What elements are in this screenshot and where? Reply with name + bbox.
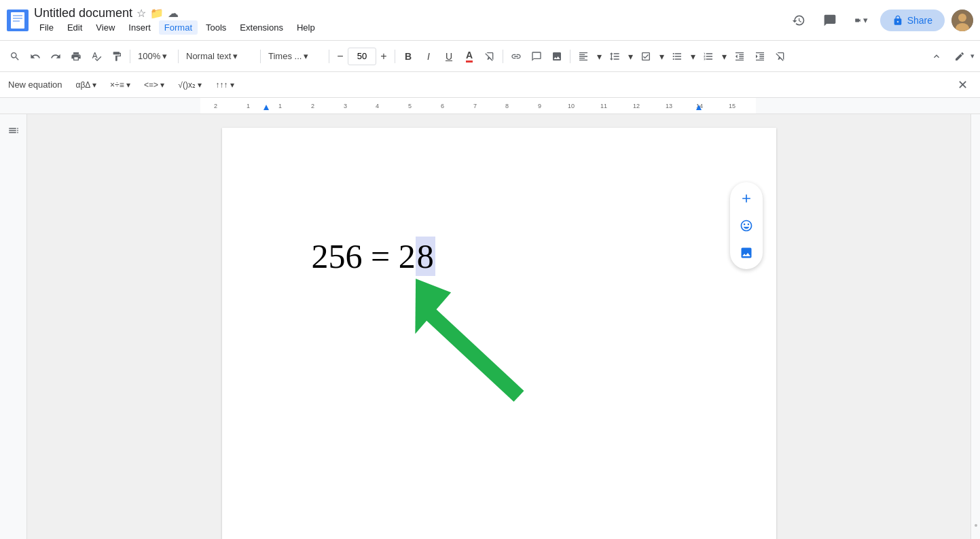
svg-text:6: 6	[441, 103, 444, 109]
menu-bar: File Edit View Insert Format Tools Exten…	[34, 20, 410, 35]
ordered-chevron[interactable]: ▾	[719, 47, 729, 66]
print-btn[interactable]	[67, 47, 86, 66]
redo-btn[interactable]	[46, 47, 65, 66]
menu-format[interactable]: Format	[159, 20, 198, 35]
spacing-chevron[interactable]: ▾	[625, 47, 635, 66]
svg-point-34	[975, 524, 977, 527]
page-scroll[interactable]: 256 = 28	[27, 114, 970, 539]
comment-btn[interactable]	[527, 47, 546, 66]
ruler-main: 2 1 1 2 3 4 5 6 7 8 9 10 11 12 13 14 15 …	[200, 98, 756, 114]
svg-text:11: 11	[600, 103, 607, 109]
bullet-chevron[interactable]: ▾	[688, 47, 697, 66]
zoom-chevron: ▾	[162, 51, 167, 61]
font-size-increase[interactable]: +	[376, 47, 391, 66]
share-button[interactable]: Share	[880, 10, 945, 31]
ordered-list-btn[interactable]	[699, 47, 718, 66]
spellcheck-btn[interactable]	[87, 47, 106, 66]
document-page: 256 = 28	[222, 128, 776, 539]
clear-format-btn[interactable]	[771, 47, 790, 66]
fab-image-btn[interactable]	[734, 241, 759, 265]
eq-close-btn[interactable]: ✕	[953, 75, 972, 94]
indent-decrease-btn[interactable]	[730, 47, 749, 66]
menu-tools[interactable]: Tools	[200, 20, 232, 35]
arrows-eq-btn[interactable]: ↑↑↑ ▾	[211, 78, 238, 92]
menu-insert[interactable]: Insert	[123, 20, 156, 35]
image-btn[interactable]	[547, 47, 566, 66]
search-toolbar-btn[interactable]	[5, 47, 24, 66]
toolbar-collapse-btn[interactable]	[927, 47, 946, 66]
green-arrow-annotation	[407, 291, 543, 415]
star-icon[interactable]: ☆	[137, 7, 146, 20]
paint-format-btn[interactable]	[107, 47, 126, 66]
font-size-decrease[interactable]: −	[333, 47, 348, 66]
edit-mode-btn[interactable]	[950, 47, 969, 66]
italic-btn[interactable]: I	[419, 47, 438, 66]
align-btn[interactable]	[574, 47, 593, 66]
link-btn[interactable]	[507, 47, 526, 66]
zoom-dropdown[interactable]: 100% ▾	[134, 47, 175, 66]
line-spacing-btn[interactable]	[605, 47, 624, 66]
outline-icon[interactable]	[4, 121, 23, 140]
svg-text:1: 1	[247, 103, 250, 109]
underline-btn[interactable]: U	[439, 47, 458, 66]
svg-text:1: 1	[278, 103, 282, 109]
menu-help[interactable]: Help	[291, 20, 321, 35]
fab-add-btn[interactable]	[734, 186, 759, 211]
checklist-chevron[interactable]: ▾	[657, 47, 666, 66]
style-value: Normal text	[186, 51, 231, 61]
svg-text:4: 4	[376, 103, 379, 109]
svg-marker-33	[388, 267, 456, 334]
svg-marker-29	[264, 105, 269, 110]
misc-label: √()x₂ ▾	[178, 80, 202, 90]
menu-file[interactable]: File	[34, 20, 59, 35]
undo-btn[interactable]	[26, 47, 45, 66]
misc-btn[interactable]: √()x₂ ▾	[174, 78, 206, 92]
svg-rect-4	[13, 20, 20, 22]
sep6	[503, 50, 503, 63]
ruler-right-margin	[756, 98, 980, 114]
share-label: Share	[907, 15, 932, 26]
cloud-icon[interactable]: ☁	[168, 7, 179, 20]
chat-button[interactable]	[818, 8, 842, 33]
font-size-control: − +	[333, 47, 391, 66]
eq-label: New equation	[8, 80, 62, 90]
checklist-btn[interactable]	[636, 47, 655, 66]
font-size-input[interactable]	[348, 48, 376, 65]
font-dropdown[interactable]: Times ... ▾	[264, 47, 325, 66]
title-bar: Untitled document ☆ 📁 ☁ File Edit View I…	[0, 0, 980, 41]
svg-text:2: 2	[214, 103, 217, 109]
svg-text:12: 12	[633, 103, 640, 109]
edit-chevron[interactable]: ▾	[970, 52, 975, 60]
fab-panel	[730, 182, 763, 269]
svg-rect-2	[13, 15, 22, 16]
greek-btn[interactable]: αβΔ ▾	[72, 78, 101, 92]
eq-highlighted-char: 8	[416, 237, 435, 276]
fab-emoji-btn[interactable]	[734, 213, 759, 238]
doc-title[interactable]: Untitled document	[34, 6, 132, 20]
text-color-btn[interactable]: A	[460, 47, 479, 66]
menu-extensions[interactable]: Extensions	[234, 20, 289, 35]
align-chevron[interactable]: ▾	[594, 47, 604, 66]
equation-display[interactable]: 256 = 28	[312, 237, 435, 276]
bold-btn[interactable]: B	[399, 47, 418, 66]
ops-label: ×÷≡ ▾	[110, 80, 130, 90]
right-resize-handle[interactable]	[970, 114, 980, 539]
ops-btn[interactable]: ×÷≡ ▾	[106, 78, 134, 92]
style-dropdown[interactable]: Normal text ▾	[182, 47, 257, 66]
menu-edit[interactable]: Edit	[62, 20, 88, 35]
relations-btn[interactable]: <=> ▾	[140, 78, 168, 92]
right-controls: ▾ Share	[786, 8, 973, 33]
style-chevron: ▾	[233, 51, 238, 61]
toolbar: 100% ▾ Normal text ▾ Times ... ▾ − + B I…	[0, 41, 980, 72]
equation-bar: New equation αβΔ ▾ ×÷≡ ▾ <=> ▾ √()x₂ ▾ ↑…	[0, 72, 980, 98]
highlight-btn[interactable]	[480, 47, 499, 66]
folder-icon[interactable]: 📁	[150, 7, 164, 20]
font-value: Times ...	[268, 51, 302, 61]
avatar[interactable]	[951, 10, 973, 31]
arrows-label: ↑↑↑ ▾	[215, 80, 234, 90]
bullet-list-btn[interactable]	[668, 47, 687, 66]
menu-view[interactable]: View	[90, 20, 120, 35]
indent-increase-btn[interactable]	[750, 47, 769, 66]
meet-button[interactable]: ▾	[849, 8, 873, 33]
history-button[interactable]	[786, 8, 811, 33]
